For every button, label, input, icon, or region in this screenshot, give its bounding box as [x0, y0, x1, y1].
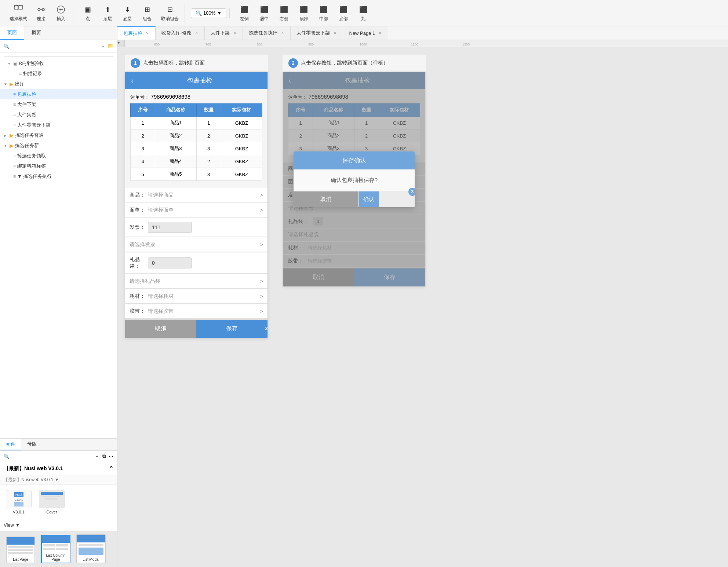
gap-btn[interactable]: ⬛ 九 [354, 3, 372, 23]
tab-close-5[interactable]: × [333, 30, 337, 36]
table-container-1: 序号 商品名称 数量 实际包材 1商品11GKBZ 2商品22GKBZ [125, 103, 267, 188]
th-qty-1: 数量 [196, 104, 221, 117]
page-icon-inspect: ≡ [13, 92, 16, 97]
modal-indicator [79, 548, 103, 555]
sidebar-item-bind-label[interactable]: ≡ 绑定料箱标签 [0, 161, 117, 171]
point-btn[interactable]: ▣ 点 [79, 3, 97, 23]
sidebar-item-scan-record[interactable]: ≡ 扫描记录 [0, 69, 117, 79]
middle-align-btn[interactable]: ⬛ 中部 [315, 3, 332, 23]
insert-btn[interactable]: 插入 [52, 3, 70, 23]
tab-large-offshelf[interactable]: 大件下架 × [205, 26, 243, 40]
chevron-up-icon[interactable]: ⌃ [109, 465, 113, 472]
ruler-horizontal: 600 700 800 900 1000 1100 1200 [125, 40, 728, 47]
page-icon-scan: ≡ [19, 71, 22, 76]
list-page-label-2: List Column Page [42, 552, 70, 563]
folder-icon-rf: ▣ [13, 61, 17, 66]
bottom-align-btn[interactable]: ⬛ 底部 [335, 3, 352, 23]
content-area: 包裹抽检 × 收货入库-修改 × 大件下架 × 拣选任务执行 × 大件零售云下架… [117, 26, 728, 567]
component-item-v301[interactable]: Nusi V3.0.1 V3.0.1 [4, 488, 34, 516]
sidebar-item-large-off[interactable]: ≡ 大件下架 [0, 99, 117, 110]
sidebar-item-large-retail[interactable]: ≡ 大件零售云下架 [0, 120, 117, 130]
folder-icon-task-normal: ▶ [10, 132, 14, 138]
sidebar-item-task-exec[interactable]: ≡ ▼ 拣选任务执行 [0, 171, 117, 182]
bottom-btn[interactable]: ⬇ 底层 [119, 3, 136, 23]
select-mode-btn[interactable]: 选择模式 [7, 3, 30, 23]
sidebar-item-task-normal[interactable]: ▶ ▶ 拣选任务普通 [0, 130, 117, 140]
tab-masters[interactable]: 母版 [21, 439, 43, 450]
invoice-select-1[interactable]: 请选择发票 > [125, 238, 267, 252]
add-page-icon[interactable]: ＋ [101, 43, 105, 50]
top-align-btn[interactable]: ⬛ 顶部 [295, 3, 313, 23]
sidebar-search-input[interactable] [12, 44, 98, 49]
center-align-icon: ⬛ [259, 4, 269, 15]
folder-icon[interactable]: 📁 [108, 43, 113, 50]
sidebar-bottom: 元件 母版 🔍 ＋ ⧉ ⋯ 【最新】Nusi web V3.0.1 ⌃ 【最新】… [0, 438, 117, 567]
save-btn-1[interactable]: 保存 [196, 320, 267, 338]
tree-arrow-outbound: ▼ [4, 82, 8, 86]
left-align-btn[interactable]: ⬛ 左侧 [236, 3, 253, 23]
component-add-icon[interactable]: ＋ [95, 453, 99, 460]
modal-cancel-btn[interactable]: 取消 [294, 191, 358, 207]
component-more-icon[interactable]: ⋯ [109, 454, 113, 459]
tab-components[interactable]: 元件 [0, 439, 21, 450]
tab-close-2[interactable]: × [194, 30, 199, 36]
tab-pages[interactable]: 页面 [0, 26, 24, 40]
form-field-gift-1: 礼品袋： [125, 253, 267, 274]
list-page-thumb-3[interactable]: List Modal [76, 534, 106, 563]
center-align-btn[interactable]: ⬛ 居中 [255, 3, 273, 23]
sidebar-item-rf[interactable]: ▼ ▣ RF拆包验收 [0, 58, 117, 69]
cancel-btn-1[interactable]: 取消 [125, 320, 196, 338]
modal-confirm-btn[interactable]: 确认 [359, 191, 379, 207]
sidebar-item-task-receive[interactable]: ≡ 拣选任务领取 [0, 151, 117, 161]
tab-close-3[interactable]: × [233, 30, 237, 36]
modal-overlay[interactable]: 保存确认 确认包裹抽检保存? 取消 确认 3 [283, 72, 425, 286]
tab-outline[interactable]: 概要 [24, 26, 48, 40]
ungroup-btn[interactable]: ⊟ 取消组合 [158, 3, 182, 23]
top-btn[interactable]: ⬆ 顶层 [99, 3, 116, 23]
main-layout: 页面 概要 🔍 ＋ 📁 ▼ ▣ RF拆包验收 [0, 26, 728, 567]
material-field-1: 耗材： 请选择耗材 > [125, 289, 267, 304]
list-page-label-3: List Modal [77, 556, 105, 563]
gift-select-1[interactable]: 请选择礼品袋 > [125, 274, 267, 289]
zoom-group: 🔍 100% ▼ [188, 8, 230, 18]
view-label[interactable]: View ▼ [0, 519, 117, 531]
component-item-cover[interactable]: Cover [37, 488, 67, 516]
tab-package-inspect[interactable]: 包裹抽检 × [117, 26, 156, 40]
tab-close-4[interactable]: × [280, 30, 284, 36]
bottom-icon: ⬇ [122, 4, 132, 15]
tab-new-page-1[interactable]: New Page 1 × [343, 26, 388, 40]
sidebar-item-large-collect[interactable]: ≡ 大件集货 [0, 110, 117, 120]
list-page-thumb-1[interactable]: List Page [6, 537, 35, 563]
svg-point-4 [42, 8, 44, 11]
invoice-input-1[interactable] [148, 222, 192, 233]
mobile-panel-1: ‹ 包裹抽检 运单号： 7986969698698 [125, 72, 268, 338]
tape-field-1: 胶带： 请选择胶带 > [125, 304, 267, 319]
tab-receive-modify[interactable]: 收货入库-修改 × [156, 26, 205, 40]
connect-btn[interactable]: 连接 [32, 3, 50, 23]
tab-close-6[interactable]: × [378, 30, 382, 36]
insert-icon [56, 4, 66, 15]
group-btn[interactable]: ⊞ 组合 [138, 3, 156, 23]
tab-close-1[interactable]: × [145, 31, 149, 36]
sidebar-item-task-new[interactable]: ▼ ▶ 拣选任务新 [0, 140, 117, 151]
component-search-input[interactable] [12, 454, 92, 459]
tab-retail-cloud[interactable]: 大件零售云下架 × [291, 26, 343, 40]
sidebar-item-package-inspect[interactable]: ≡ 包裹抽检 [0, 89, 117, 99]
tab-task-exec[interactable]: 拣选任务执行 × [243, 26, 291, 40]
table-row: 2商品22GKBZ [131, 129, 262, 142]
list-page-body-1 [7, 545, 34, 556]
canvas-area: 1 点击扫码图标，跳转到页面 ‹ 包裹抽检 运单号： 7986969698698 [117, 47, 728, 567]
back-icon-1[interactable]: ‹ [131, 76, 134, 85]
top-icon: ⬆ [102, 4, 113, 15]
component-copy-icon[interactable]: ⧉ [102, 453, 106, 459]
component-search-icon: 🔍 [4, 454, 10, 459]
tree-arrow-task-normal: ▶ [4, 133, 8, 138]
zoom-control[interactable]: 🔍 100% ▼ [191, 8, 226, 18]
right-align-btn[interactable]: ⬛ 右侧 [275, 3, 293, 23]
sidebar-search-bar: 🔍 ＋ 📁 [0, 40, 117, 53]
modal-confirm-wrapper: 确认 3 [359, 191, 415, 207]
list-page-thumb-2[interactable]: List Column Page [41, 535, 70, 563]
sidebar-item-outbound[interactable]: ▼ ▶ 出库 [0, 79, 117, 89]
gift-input-1[interactable] [148, 257, 192, 268]
panel1-body: 运单号： 7986969698698 序号 商品名称 数量 [125, 89, 267, 319]
